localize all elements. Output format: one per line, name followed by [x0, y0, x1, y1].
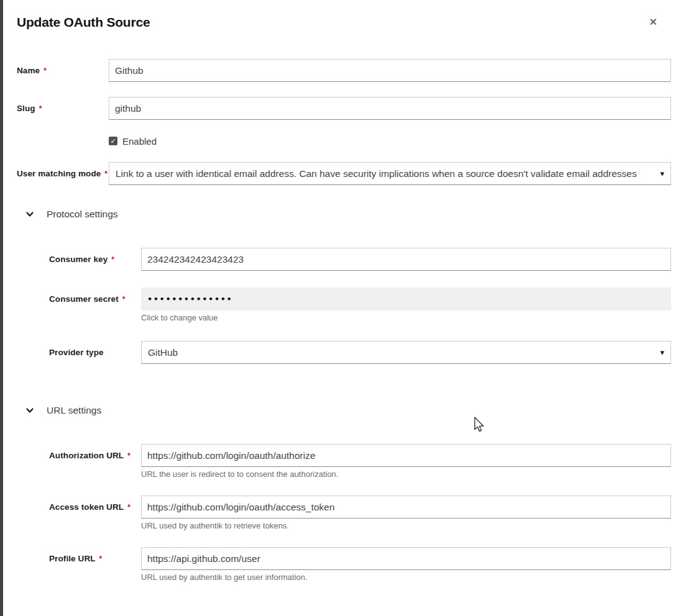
- consumer-secret-label: Consumer secret *: [49, 288, 141, 310]
- chevron-down-icon: [25, 406, 34, 415]
- required-asterisk: *: [39, 104, 42, 113]
- authorization-url-input[interactable]: [141, 444, 671, 467]
- slug-input[interactable]: [109, 97, 671, 120]
- chevron-down-icon: ▾: [660, 169, 664, 178]
- authorization-url-row: Authorization URL * URL the user is redi…: [49, 444, 671, 479]
- name-row: Name *: [17, 59, 671, 82]
- profile-url-row: Profile URL * URL used by authentik to g…: [49, 547, 671, 582]
- update-oauth-source-modal: Update OAuth Source ✕ Name * Slug *: [3, 0, 686, 616]
- consumer-secret-help[interactable]: Click to change value: [141, 313, 671, 322]
- required-asterisk: *: [122, 295, 126, 304]
- consumer-secret-input[interactable]: [141, 288, 671, 310]
- access-token-url-help: URL used by authentik to retrieve tokens…: [141, 521, 671, 530]
- required-asterisk: *: [127, 503, 130, 512]
- authorization-url-help: URL the user is redirect to to consent t…: [141, 469, 671, 479]
- required-asterisk: *: [111, 255, 114, 264]
- protocol-settings-toggle[interactable]: Protocol settings: [25, 209, 671, 220]
- slug-row: Slug *: [17, 97, 671, 120]
- name-label: Name *: [17, 59, 109, 82]
- name-input[interactable]: [109, 59, 671, 82]
- access-token-url-input[interactable]: [141, 496, 671, 519]
- modal-header: Update OAuth Source ✕: [17, 15, 671, 30]
- modal-title: Update OAuth Source: [17, 15, 150, 30]
- profile-url-label: Profile URL *: [49, 547, 141, 570]
- profile-url-input[interactable]: [141, 547, 671, 570]
- protocol-settings-section: Protocol settings Consumer key *: [17, 209, 671, 364]
- oauth-source-form: Name * Slug *: [17, 59, 671, 582]
- authorization-url-label: Authorization URL *: [49, 444, 141, 467]
- url-settings-section: URL settings Authorization URL * URL the…: [17, 405, 671, 582]
- section-title: Protocol settings: [47, 209, 118, 220]
- user-matching-mode-select[interactable]: Link to a user with identical email addr…: [109, 162, 671, 185]
- consumer-key-input[interactable]: [141, 248, 671, 271]
- required-asterisk: *: [43, 66, 47, 75]
- required-asterisk: *: [127, 451, 130, 460]
- consumer-key-row: Consumer key *: [49, 248, 671, 271]
- provider-type-label: Provider type: [49, 341, 141, 364]
- enabled-row: ✓ Enabled: [17, 135, 671, 147]
- enabled-label: Enabled: [122, 136, 157, 147]
- screen: Update OAuth Source ✕ Name * Slug *: [0, 0, 686, 616]
- chevron-down-icon: [25, 210, 34, 219]
- close-icon[interactable]: ✕: [647, 15, 671, 30]
- enabled-checkbox[interactable]: ✓: [109, 137, 117, 145]
- required-asterisk: *: [99, 555, 103, 563]
- profile-url-help: URL used by authentik to get user inform…: [141, 573, 671, 582]
- required-asterisk: *: [104, 170, 107, 178]
- user-matching-mode-row: User matching mode * Link to a user with…: [17, 162, 671, 185]
- user-matching-mode-label: User matching mode *: [17, 162, 109, 185]
- chevron-down-icon: ▾: [660, 348, 664, 357]
- section-title: URL settings: [47, 405, 101, 416]
- access-token-url-row: Access token URL * URL used by authentik…: [49, 496, 671, 530]
- consumer-key-label: Consumer key *: [49, 248, 141, 271]
- provider-type-select[interactable]: GitHub ▾: [141, 341, 671, 364]
- provider-type-row: Provider type GitHub ▾: [49, 341, 671, 364]
- consumer-secret-row: Consumer secret * Click to change value: [49, 288, 671, 322]
- access-token-url-label: Access token URL *: [49, 496, 141, 519]
- slug-label: Slug *: [17, 97, 109, 120]
- url-settings-toggle[interactable]: URL settings: [25, 405, 671, 416]
